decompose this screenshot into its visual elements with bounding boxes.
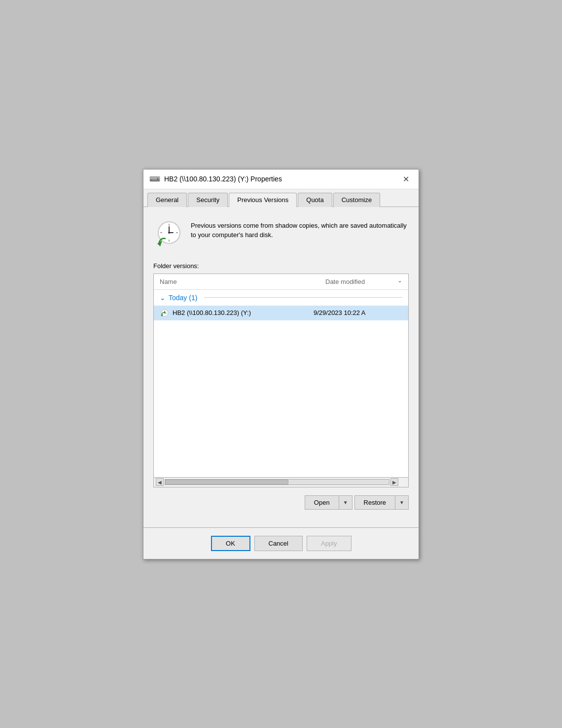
list-header: Name Date modified [154, 274, 408, 290]
scroll-track[interactable] [165, 479, 389, 485]
column-header-date: Date modified [319, 276, 408, 287]
bottom-separator [143, 527, 419, 528]
list-item-name-cell: HB2 (\\100.80.130.223) (Y:) [160, 309, 314, 317]
drive-icon [149, 174, 160, 183]
open-button[interactable]: Open [305, 496, 339, 509]
restore-clock-icon [160, 309, 169, 317]
scroll-left-button[interactable]: ◀ [156, 478, 164, 486]
scroll-thumb[interactable] [165, 480, 288, 485]
title-bar: HB2 (\\100.80.130.223) (Y:) Properties ✕ [143, 170, 419, 189]
column-header-name: Name [154, 276, 319, 287]
clock-icon [153, 219, 183, 248]
tab-customize[interactable]: Customize [333, 193, 380, 207]
apply-button[interactable]: Apply [307, 536, 351, 551]
cancel-button[interactable]: Cancel [254, 536, 303, 551]
restore-button[interactable]: Restore [355, 496, 396, 509]
list-item-date: 9/29/2023 10:22 A [314, 309, 402, 316]
info-description: Previous versions come from shadow copie… [191, 219, 409, 240]
tab-general[interactable]: General [147, 193, 187, 207]
open-dropdown-button[interactable]: ▼ [339, 496, 352, 509]
restore-split-button: Restore ▼ [354, 495, 409, 510]
tab-security[interactable]: Security [188, 193, 228, 207]
list-item-name-text: HB2 (\\100.80.130.223) (Y:) [173, 309, 251, 316]
open-split-button: Open ▼ [305, 495, 352, 510]
svg-rect-3 [151, 180, 159, 181]
tab-content: Previous versions come from shadow copie… [143, 207, 419, 525]
tab-previous-versions[interactable]: Previous Versions [229, 193, 297, 207]
close-button[interactable]: ✕ [399, 172, 413, 186]
group-chevron: ⌄ [160, 294, 166, 302]
group-label: Today (1) [169, 294, 197, 302]
tab-bar: General Security Previous Versions Quota… [143, 189, 419, 207]
title-bar-left: HB2 (\\100.80.130.223) (Y:) Properties [149, 174, 282, 183]
svg-point-13 [168, 232, 170, 234]
versions-list-box: Name Date modified ⌄ Today (1) [153, 274, 409, 487]
scroll-right-button[interactable]: ▶ [390, 478, 398, 486]
action-buttons: Open ▼ Restore ▼ [153, 495, 409, 510]
ok-button[interactable]: OK [211, 536, 250, 551]
group-header-today: ⌄ Today (1) [154, 290, 408, 306]
dialog-title: HB2 (\\100.80.130.223) (Y:) Properties [164, 175, 282, 183]
list-item[interactable]: HB2 (\\100.80.130.223) (Y:) 9/29/2023 10… [154, 306, 408, 320]
restore-dropdown-button[interactable]: ▼ [395, 496, 408, 509]
folder-versions-label: Folder versions: [153, 262, 409, 270]
dialog-buttons: OK Cancel Apply [143, 530, 419, 559]
list-body[interactable]: ⌄ Today (1) [154, 290, 408, 477]
svg-point-2 [157, 178, 159, 180]
horizontal-scrollbar[interactable]: ◀ ▶ [154, 477, 408, 487]
properties-dialog: HB2 (\\100.80.130.223) (Y:) Properties ✕… [143, 169, 419, 559]
tab-quota[interactable]: Quota [298, 193, 332, 207]
info-section: Previous versions come from shadow copie… [153, 215, 409, 252]
